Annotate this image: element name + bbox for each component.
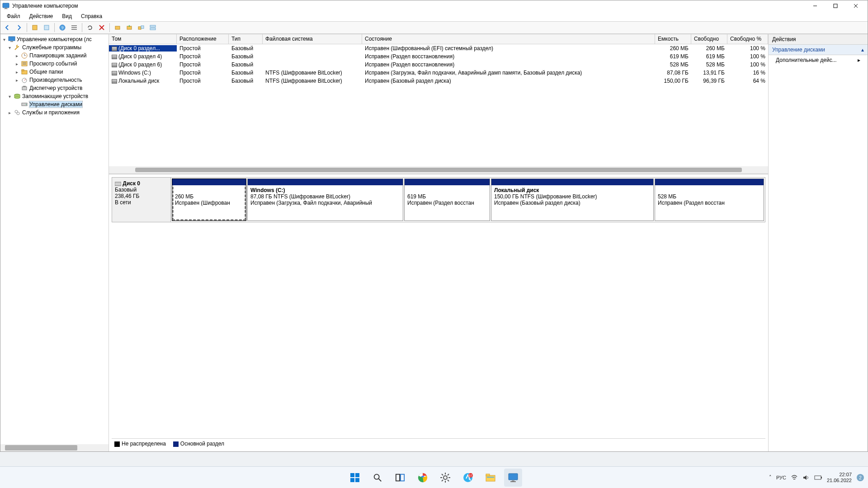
svg-rect-8	[44, 25, 49, 30]
actions-pane: Действия Управление дисками ▴ Дополнител…	[768, 34, 868, 451]
chrome-icon[interactable]	[414, 469, 432, 487]
menubar: Файл Действие Вид Справка	[0, 11, 868, 21]
col-type[interactable]: Тип	[229, 34, 263, 44]
system-tray[interactable]: ˄ РУС 22:07 21.06.2022 2	[769, 472, 864, 483]
col-volume[interactable]: Том	[109, 34, 177, 44]
svg-rect-34	[22, 87, 27, 90]
tree-task-scheduler[interactable]: ▸ Планировщик заданий	[0, 52, 108, 60]
tree-shared-folders[interactable]: ▸ Общие папки	[0, 68, 108, 76]
svg-point-38	[14, 97, 20, 99]
disk-partitions: 260 МБ Исправен (Шифрован Windows (C:) 8…	[171, 178, 765, 222]
svg-rect-2	[4, 9, 8, 9]
separator	[82, 23, 82, 32]
actions-section[interactable]: Управление дисками ▴	[769, 45, 868, 55]
col-status[interactable]: Состояние	[362, 34, 655, 44]
col-free[interactable]: Свободно	[691, 34, 727, 44]
tree-hscrollbar[interactable]	[0, 444, 108, 451]
col-layout[interactable]: Расположение	[177, 34, 229, 44]
delete-button[interactable]	[97, 23, 107, 33]
svg-rect-73	[821, 477, 822, 479]
svg-rect-31	[22, 70, 24, 71]
window-title: Управление компьютером	[12, 3, 805, 9]
nav-tree[interactable]: ▾ Управление компьютером (лс ▾ Служебные…	[0, 34, 109, 451]
explorer-icon[interactable]	[481, 469, 500, 487]
actions-more[interactable]: Дополнительные дейс... ▸	[769, 55, 868, 65]
tree-services-apps[interactable]: ▸ Службы и приложения	[0, 108, 108, 117]
tools-icon	[14, 44, 21, 51]
tray-clock[interactable]: 22:07 21.06.2022	[827, 472, 852, 483]
compmgmt-icon[interactable]	[504, 469, 522, 487]
volume-row[interactable]: Windows (C:) Простой Базовый NTFS (Шифро…	[109, 69, 768, 77]
volume-row[interactable]: (Диск 0 раздел 4) Простой Базовый Исправ…	[109, 52, 768, 61]
col-fs[interactable]: Файловая система	[263, 34, 362, 44]
menu-file[interactable]: Файл	[2, 12, 25, 20]
folder-share-icon	[21, 68, 28, 75]
tree-storage[interactable]: ▾ Запоминающие устройств	[0, 92, 108, 100]
toolbar: ?	[0, 21, 868, 34]
menu-view[interactable]: Вид	[57, 12, 76, 20]
svg-rect-71	[510, 481, 516, 482]
col-cap[interactable]: Емкость	[655, 34, 691, 44]
tray-chevron-icon[interactable]: ˄	[769, 474, 772, 480]
partition[interactable]: Локальный диск 150,00 ГБ NTFS (Шифровани…	[491, 178, 654, 221]
tree-event-viewer[interactable]: ▸ Просмотр событий	[0, 60, 108, 68]
app-icon-1[interactable]: 67	[459, 469, 477, 487]
tool-a[interactable]	[113, 23, 123, 33]
menu-help[interactable]: Справка	[76, 12, 107, 20]
minimize-button[interactable]	[805, 0, 825, 11]
refresh-button[interactable]	[85, 23, 95, 33]
volume-icon	[112, 47, 117, 51]
tool-c[interactable]	[136, 23, 146, 33]
partition[interactable]: 260 МБ Исправен (Шифрован	[172, 178, 246, 221]
tree-system-tools[interactable]: ▾ Служебные программы	[0, 43, 108, 52]
tray-lang[interactable]: РУС	[776, 475, 786, 480]
separator	[27, 23, 27, 32]
volume-row[interactable]: (Диск 0 раздел... Простой Базовый Исправ…	[109, 44, 768, 52]
list-button[interactable]	[69, 23, 79, 33]
tree-performance[interactable]: ▸ Производительность	[0, 76, 108, 84]
collapse-icon: ▴	[861, 47, 864, 53]
menu-action[interactable]: Действие	[25, 12, 58, 20]
svg-rect-19	[141, 26, 144, 28]
tool-b[interactable]	[124, 23, 134, 33]
svg-rect-68	[487, 477, 494, 478]
tree-disk-management[interactable]: Управление дисками	[0, 100, 108, 108]
maximize-button[interactable]	[825, 0, 845, 11]
properties-button[interactable]	[42, 23, 52, 33]
partition[interactable]: 619 МБ Исправен (Раздел восстан	[404, 178, 490, 221]
disk-info[interactable]: Диск 0 Базовый 238,46 ГБ В сети	[112, 178, 171, 222]
notifications-icon[interactable]: 2	[856, 474, 864, 482]
volume-header[interactable]: Том Расположение Тип Файловая система Со…	[109, 34, 768, 44]
tree-root[interactable]: ▾ Управление компьютером (лс	[0, 35, 108, 43]
svg-rect-18	[138, 27, 141, 29]
help-button[interactable]: ?	[57, 23, 67, 33]
up-button[interactable]	[30, 23, 40, 33]
partition[interactable]: 528 МБ Исправен (Раздел восстан	[655, 178, 764, 221]
volume-icon[interactable]	[802, 474, 810, 481]
clock-icon	[21, 52, 28, 59]
taskbar[interactable]: 67 ˄ РУС 22:07 21.06.2022 2	[0, 466, 868, 488]
col-freepct[interactable]: Свободно %	[727, 34, 768, 44]
partition[interactable]: Windows (C:) 87,08 ГБ NTFS (Шифрование B…	[247, 178, 403, 221]
battery-icon[interactable]	[814, 475, 822, 480]
separator	[54, 23, 55, 32]
volume-hscrollbar[interactable]	[109, 166, 768, 174]
wifi-icon[interactable]	[791, 474, 798, 481]
search-button[interactable]	[368, 469, 387, 487]
device-icon	[21, 84, 28, 92]
settings-icon[interactable]	[436, 469, 454, 487]
close-button[interactable]	[845, 0, 866, 11]
start-button[interactable]	[346, 469, 364, 487]
tree-device-manager[interactable]: Диспетчер устройств	[0, 84, 108, 92]
svg-rect-66	[486, 475, 495, 481]
volume-row[interactable]: Локальный диск Простой Базовый NTFS (Шиф…	[109, 77, 768, 85]
computer-icon	[8, 36, 15, 43]
forward-button[interactable]	[14, 23, 24, 33]
separator	[109, 23, 110, 32]
disk-row[interactable]: Диск 0 Базовый 238,46 ГБ В сети 260 МБ И…	[112, 177, 765, 222]
tool-d[interactable]	[148, 23, 158, 33]
task-view-button[interactable]	[391, 469, 409, 487]
back-button[interactable]	[2, 23, 12, 33]
services-icon	[14, 109, 21, 116]
volume-row[interactable]: (Диск 0 раздел 6) Простой Базовый Исправ…	[109, 61, 768, 69]
